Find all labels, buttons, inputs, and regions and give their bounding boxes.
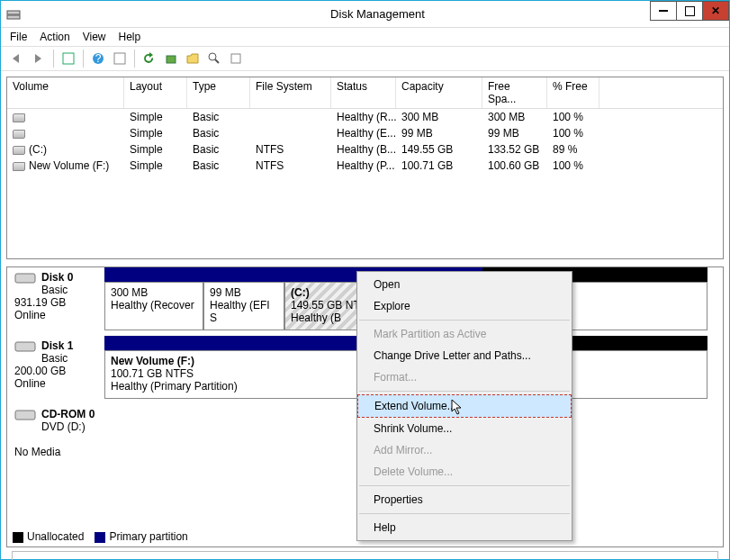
tool-icon-2[interactable]: [111, 50, 129, 68]
ctx-shrink-volume[interactable]: Shrink Volume...: [357, 418, 572, 439]
disk-label: CD-ROM 0DVD (D:)No Media: [11, 404, 104, 467]
close-button[interactable]: ✕: [702, 1, 729, 21]
menu-action[interactable]: Action: [40, 31, 69, 43]
svg-rect-9: [231, 54, 240, 63]
col-type[interactable]: Type: [187, 77, 250, 108]
volume-row[interactable]: (C:)SimpleBasicNTFSHealthy (B...149.55 G…: [7, 141, 723, 158]
svg-rect-6: [167, 56, 176, 63]
col-filesystem[interactable]: File System: [250, 77, 331, 108]
legend-primary-label: Primary partition: [109, 530, 187, 543]
window-title: Disk Management: [26, 7, 729, 21]
menu-view[interactable]: View: [83, 31, 106, 43]
volume-row[interactable]: SimpleBasicHealthy (R...300 MB300 MB100 …: [7, 109, 723, 125]
volume-row[interactable]: SimpleBasicHealthy (E...99 MB99 MB100 %: [7, 125, 723, 141]
svg-rect-1: [7, 15, 20, 19]
menu-file[interactable]: File: [10, 31, 27, 43]
volume-row[interactable]: New Volume (F:)SimpleBasicNTFSHealthy (P…: [7, 158, 723, 174]
col-capacity[interactable]: Capacity: [396, 77, 482, 108]
tool-icon-4[interactable]: [227, 50, 245, 68]
volume-list: Volume Layout Type File System Status Ca…: [6, 77, 724, 259]
legend: Unallocated Primary partition: [13, 530, 188, 543]
ctx-extend-volume[interactable]: Extend Volume...: [357, 394, 572, 418]
folder-icon[interactable]: [184, 50, 202, 68]
menu-help[interactable]: Help: [119, 31, 141, 43]
tool-icon-3[interactable]: [162, 50, 180, 68]
toolbar: ?: [1, 46, 729, 71]
ctx-properties[interactable]: Properties: [357, 489, 572, 510]
ctx-delete-volume: Delete Volume...: [357, 461, 572, 483]
help-icon[interactable]: ?: [89, 50, 107, 68]
legend-swatch-primary: [95, 532, 105, 543]
disk-label: Disk 1Basic200.00 GBOnline: [11, 336, 104, 399]
horizontal-scrollbar[interactable]: [12, 551, 718, 560]
svg-rect-0: [7, 11, 20, 14]
svg-rect-11: [15, 342, 35, 351]
disk-label: Disk 0Basic931.19 GBOnline: [11, 267, 104, 330]
svg-line-8: [215, 59, 219, 63]
ctx-help[interactable]: Help: [357, 517, 572, 538]
forward-button[interactable]: [30, 50, 48, 68]
window-buttons: ✕: [651, 1, 729, 21]
partition[interactable]: 99 MBHealthy (EFI S: [203, 282, 284, 330]
back-button[interactable]: [8, 50, 26, 68]
ctx-change-letter[interactable]: Change Drive Letter and Paths...: [357, 345, 572, 366]
col-layout[interactable]: Layout: [124, 77, 187, 108]
legend-swatch-unallocated: [13, 532, 23, 543]
svg-rect-10: [15, 274, 35, 283]
window: Disk Management ✕ File Action View Help …: [0, 0, 730, 560]
ctx-open[interactable]: Open: [357, 274, 572, 295]
col-status[interactable]: Status: [331, 77, 396, 108]
svg-point-7: [209, 53, 216, 60]
col-free[interactable]: Free Spa...: [482, 77, 547, 108]
volume-list-header: Volume Layout Type File System Status Ca…: [7, 77, 723, 109]
svg-rect-2: [63, 53, 74, 64]
svg-text:?: ?: [95, 52, 102, 65]
ctx-format: Format...: [357, 366, 572, 388]
menubar: File Action View Help: [1, 28, 729, 46]
refresh-icon[interactable]: [140, 50, 158, 68]
partition[interactable]: 300 MBHealthy (Recover: [104, 282, 203, 330]
maximize-button[interactable]: [676, 1, 703, 21]
svg-rect-5: [114, 53, 125, 64]
context-menu: Open Explore Mark Partition as Active Ch…: [356, 271, 572, 541]
titlebar: Disk Management ✕: [1, 1, 729, 28]
search-icon[interactable]: [205, 50, 223, 68]
col-pctfree[interactable]: % Free: [547, 77, 599, 108]
tool-icon-1[interactable]: [59, 50, 77, 68]
ctx-add-mirror: Add Mirror...: [357, 439, 572, 461]
legend-unallocated-label: Unallocated: [27, 530, 84, 543]
ctx-explore[interactable]: Explore: [357, 295, 572, 317]
svg-rect-12: [15, 411, 35, 420]
app-icon: [1, 7, 26, 22]
minimize-button[interactable]: [650, 1, 677, 21]
partition[interactable]: [562, 350, 707, 399]
ctx-mark-active: Mark Partition as Active: [357, 323, 572, 345]
col-volume[interactable]: Volume: [7, 77, 124, 108]
volume-list-body: SimpleBasicHealthy (R...300 MB300 MB100 …: [7, 109, 723, 258]
